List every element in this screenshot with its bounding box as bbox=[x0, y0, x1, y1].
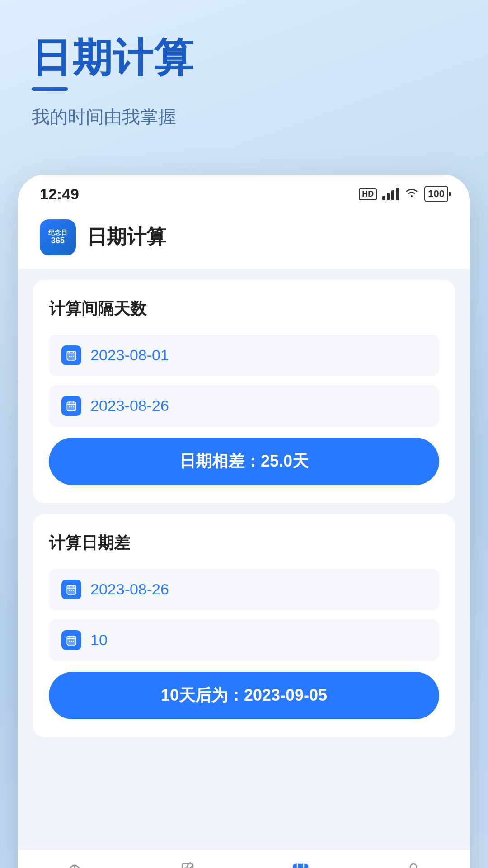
date-row-4[interactable]: 10 bbox=[49, 619, 439, 661]
page-header: 日期计算 我的时间由我掌握 bbox=[0, 0, 488, 175]
calendar-icon-2 bbox=[61, 396, 81, 416]
nav-item-memo[interactable]: 备忘 bbox=[131, 859, 244, 868]
hd-badge: HD bbox=[359, 188, 377, 200]
status-icons: HD 100 bbox=[359, 186, 448, 202]
signal-icon bbox=[382, 188, 399, 200]
date-4: 10 bbox=[90, 631, 108, 649]
svg-rect-0 bbox=[67, 351, 76, 360]
svg-rect-2 bbox=[67, 402, 76, 411]
nav-item-countdown[interactable]: 倒数 bbox=[18, 859, 131, 868]
diff-card: 计算日期差 2023-08-26 bbox=[33, 514, 455, 737]
date-1: 2023-08-01 bbox=[90, 346, 169, 364]
date-3: 2023-08-26 bbox=[90, 580, 169, 598]
date-2: 2023-08-26 bbox=[90, 397, 169, 415]
date-row-2[interactable]: 2023-08-26 bbox=[49, 385, 439, 427]
svg-point-10 bbox=[410, 864, 417, 868]
nav-item-date[interactable]: 日期 bbox=[244, 859, 357, 868]
calendar-icon-3 bbox=[61, 580, 81, 599]
app-logo: 纪念日 365 bbox=[40, 219, 76, 255]
page-title: 日期计算 bbox=[32, 36, 456, 80]
diff-card-title: 计算日期差 bbox=[49, 532, 439, 554]
nav-item-mine[interactable]: 我的 bbox=[357, 859, 470, 868]
phone-mockup: 12:49 HD 100 bbox=[18, 175, 470, 868]
wifi-icon bbox=[404, 187, 419, 201]
diff-result: 10天后为：2023-09-05 bbox=[49, 672, 439, 719]
app-header-title: 日期计算 bbox=[87, 224, 166, 250]
memo-icon bbox=[176, 859, 199, 868]
interval-result: 日期相差：25.0天 bbox=[49, 438, 439, 485]
title-underline bbox=[32, 87, 68, 91]
date-row-3[interactable]: 2023-08-26 bbox=[49, 569, 439, 610]
calendar-icon-1 bbox=[61, 345, 81, 365]
status-bar: 12:49 HD 100 bbox=[18, 175, 470, 210]
countdown-icon bbox=[63, 859, 86, 868]
mine-icon bbox=[402, 859, 425, 868]
diff-result-text: 10天后为：2023-09-05 bbox=[161, 684, 327, 707]
date-icon bbox=[289, 859, 312, 868]
calendar-icon-4 bbox=[61, 630, 81, 650]
page-subtitle: 我的时间由我掌握 bbox=[32, 104, 456, 129]
bottom-nav: 倒数 备忘 bbox=[18, 849, 470, 868]
interval-card: 计算间隔天数 2023-08-01 bbox=[33, 280, 455, 503]
app-header: 纪念日 365 日期计算 bbox=[18, 210, 470, 269]
interval-card-title: 计算间隔天数 bbox=[49, 298, 439, 320]
main-content: 计算间隔天数 2023-08-01 bbox=[18, 269, 470, 849]
interval-result-text: 日期相差：25.0天 bbox=[179, 450, 309, 472]
battery-icon: 100 bbox=[424, 186, 448, 202]
svg-rect-9 bbox=[293, 864, 308, 868]
content-spacer bbox=[33, 748, 455, 839]
date-row-1[interactable]: 2023-08-01 bbox=[49, 335, 439, 376]
status-time: 12:49 bbox=[40, 185, 79, 203]
